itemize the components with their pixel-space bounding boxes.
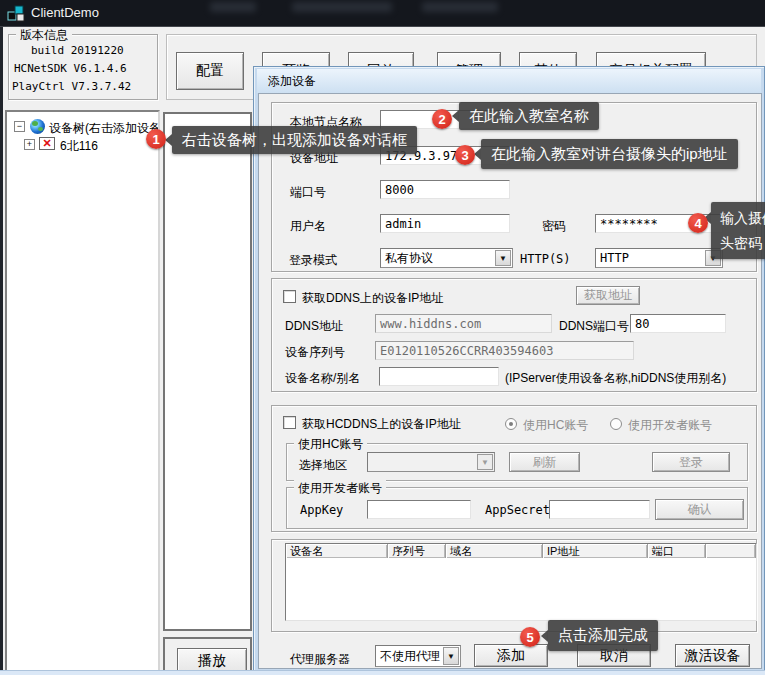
login-mode-select[interactable]: 私有协议 ▼ — [380, 248, 513, 268]
device-tree-panel[interactable]: − 设备树(右击添加设备 + ✕ 6北116 — [5, 110, 160, 672]
proxy-label: 代理服务器 — [290, 651, 350, 668]
dev-account-group-title: 使用开发者账号 — [294, 480, 386, 497]
device-list[interactable]: 设备名 序列号 域名 IP地址 端口 — [285, 543, 757, 621]
version-sdk: HCNetSDK V6.1.4.6 — [14, 62, 127, 75]
appsecret-input[interactable] — [549, 500, 650, 519]
callout-2-badge: 2 — [432, 109, 452, 129]
chevron-down-icon[interactable]: ▼ — [443, 647, 459, 665]
hc-account-radio[interactable] — [505, 418, 517, 430]
appkey-label: AppKey — [300, 503, 343, 517]
column-header-ip[interactable]: IP地址 — [543, 544, 648, 558]
callout-5-bubble: 点击添加完成 — [548, 620, 658, 651]
dev-account-radio-label: 使用开发者账号 — [628, 417, 712, 434]
serial-label: 设备序列号 — [285, 344, 345, 361]
window-left-border — [0, 27, 3, 670]
hc-account-radio-label: 使用HC账号 — [523, 417, 588, 434]
version-build: build 20191220 — [31, 44, 124, 57]
titlebar-artifact — [210, 2, 256, 12]
ddns-port-input[interactable]: 80 — [630, 314, 726, 333]
username-input[interactable]: admin — [380, 214, 510, 233]
column-header-filler — [706, 544, 756, 558]
confirm-button[interactable]: 确认 — [655, 499, 744, 520]
callout-3-bubble: 在此输入教室对讲台摄像头的ip地址 — [481, 139, 738, 169]
dialog-title: 添加设备 — [268, 73, 316, 90]
dialog-titlebar[interactable]: 添加设备 — [257, 69, 761, 93]
config-button[interactable]: 配置 — [176, 52, 244, 90]
globe-icon — [30, 119, 45, 134]
serial-input[interactable]: E0120110526CCRR403594603 — [375, 341, 634, 360]
refresh-button[interactable]: 刷新 — [509, 452, 580, 472]
http-select[interactable]: HTTP ▼ — [595, 248, 723, 268]
login-mode-value: 私有协议 — [385, 250, 433, 267]
callout-3-badge: 3 — [455, 145, 475, 165]
version-groupbox: 版本信息 build 20191220 HCNetSDK V6.1.4.6 Pl… — [8, 34, 158, 100]
device-name-input[interactable] — [379, 367, 499, 386]
column-header-serial[interactable]: 序列号 — [388, 544, 446, 558]
app-icon — [7, 4, 26, 23]
collapse-icon[interactable]: − — [14, 121, 25, 132]
titlebar-artifact — [292, 2, 392, 12]
password-label: 密码 — [542, 218, 566, 235]
proxy-select[interactable]: 不使用代理 ▼ — [375, 645, 461, 667]
activate-device-button[interactable]: 激活设备 — [675, 644, 750, 667]
tree-root-item[interactable]: 设备树(右击添加设备 — [49, 120, 160, 137]
login-button[interactable]: 登录 — [652, 452, 730, 472]
tree-device-item[interactable]: 6北116 — [60, 138, 98, 155]
app-titlebar[interactable]: ClientDemo — [0, 0, 765, 27]
device-list-header: 设备名 序列号 域名 IP地址 端口 — [286, 544, 756, 558]
port-input[interactable]: 8000 — [380, 180, 510, 199]
appkey-input[interactable] — [367, 500, 471, 519]
hcddns-checkbox-label: 获取HCDDNS上的设备IP地址 — [302, 416, 461, 433]
column-header-devicename[interactable]: 设备名 — [286, 544, 388, 558]
callout-4-line1: 输入摄像 — [720, 206, 765, 231]
callout-4-line2: 头密码 — [720, 231, 762, 256]
device-name-label: 设备名称/别名 — [285, 370, 360, 387]
get-address-button[interactable]: 获取地址 — [576, 286, 640, 305]
preview-area — [163, 112, 252, 631]
add-button[interactable]: 添加 — [474, 644, 548, 667]
titlebar-artifact — [422, 2, 498, 12]
expand-icon[interactable]: + — [24, 139, 35, 150]
hc-account-group-title: 使用HC账号 — [294, 436, 367, 453]
ddns-checkbox-label: 获取DDNS上的设备IP地址 — [302, 290, 443, 307]
callout-5-badge: 5 — [520, 627, 540, 647]
app-title: ClientDemo — [31, 5, 99, 20]
version-group-title: 版本信息 — [16, 27, 72, 44]
http-value: HTTP — [600, 251, 629, 265]
dialog-client: 本地节点名称 设备地址 172.9.3.97 端口号 8000 用户名 admi… — [258, 93, 762, 669]
version-playctrl: PlayCtrl V7.3.7.42 — [12, 80, 131, 93]
callout-1-badge: 1 — [146, 129, 166, 149]
http-label: HTTP(S) — [520, 252, 571, 266]
proxy-value: 不使用代理 — [380, 648, 440, 665]
callout-4-badge: 4 — [688, 213, 708, 233]
appsecret-label: AppSecret — [485, 503, 550, 517]
login-mode-label: 登录模式 — [289, 252, 337, 269]
ddns-checkbox[interactable] — [283, 290, 296, 303]
column-header-domain[interactable]: 域名 — [446, 544, 543, 558]
dev-account-radio[interactable] — [610, 418, 622, 430]
device-offline-icon: ✕ — [39, 137, 55, 150]
username-label: 用户名 — [290, 218, 326, 235]
taskbar-strip — [0, 670, 765, 675]
chevron-down-icon[interactable]: ▼ — [477, 454, 493, 470]
hcddns-checkbox[interactable] — [283, 416, 296, 429]
screen: ClientDemo 版本信息 build 20191220 HCNetSDK … — [0, 0, 765, 675]
column-header-port[interactable]: 端口 — [648, 544, 706, 558]
region-label: 选择地区 — [299, 457, 347, 474]
ddns-address-label: DDNS地址 — [285, 318, 343, 335]
chevron-down-icon[interactable]: ▼ — [495, 250, 511, 266]
callout-4-bubble: 输入摄像 头密码 — [711, 202, 765, 259]
ddns-address-input[interactable]: www.hiddns.com — [375, 314, 552, 333]
device-name-hint: (IPServer使用设备名称,hiDDNS使用别名) — [505, 370, 726, 387]
callout-2-bubble: 在此输入教室名称 — [459, 102, 599, 130]
callout-1-bubble: 右击设备树，出现添加设备对话框 — [172, 126, 417, 154]
ddns-port-label: DDNS端口号 — [559, 318, 629, 335]
region-select[interactable]: ▼ — [367, 452, 495, 472]
port-label: 端口号 — [290, 184, 326, 201]
